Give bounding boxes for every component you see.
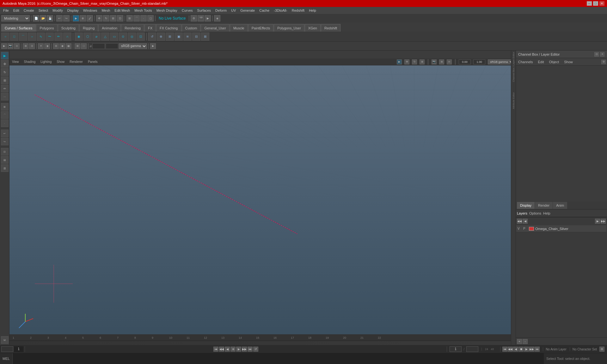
shelf-nurbs-cylinder[interactable]: ⌀ (92, 33, 101, 41)
shelf-nurbs-circle[interactable]: ◎ (128, 33, 136, 41)
tab-rendering[interactable]: Rendering (121, 24, 144, 32)
layer-nav-prev[interactable]: ◀ (523, 219, 528, 224)
channel-options-btn[interactable]: ⚙ (601, 60, 606, 64)
channel-box-tab-label[interactable]: Channel Box / Layer Editor (512, 51, 515, 85)
tool-snap-point[interactable]: · (1, 119, 9, 127)
layer-nav-end[interactable]: ▶▶ (601, 219, 606, 224)
dra-tab-render[interactable]: Render (535, 202, 553, 209)
vp-gamma-select[interactable]: sRGB gamma (488, 59, 514, 64)
play-prev-key-btn[interactable]: ◀◀ (219, 347, 224, 352)
tool-rotate[interactable]: ↻ (1, 68, 9, 76)
vp-camera-btn[interactable]: 📷 (432, 59, 437, 64)
menu-select[interactable]: Select (37, 8, 50, 13)
ipr-btn[interactable]: ▶ (205, 15, 211, 21)
tab-general-user[interactable]: General_User (201, 24, 229, 32)
paint-btn[interactable]: 🖊 (87, 15, 93, 21)
layer-row-0[interactable]: V P Omega_Chain_Silver (516, 225, 606, 232)
shelf-circle[interactable]: ○ (1, 33, 9, 41)
layer-playback-0[interactable]: P (523, 227, 528, 230)
shelf-extrude[interactable]: ⊕ (157, 33, 165, 41)
menu-surfaces[interactable]: Surfaces (195, 8, 213, 13)
shelf-bezier[interactable]: 〜 (46, 33, 54, 41)
save-file-btn[interactable]: 💾 (47, 15, 53, 21)
end-frame-input[interactable]: 24 (466, 346, 478, 352)
play-prev-frame-btn[interactable]: ◀ (225, 347, 230, 352)
tab-xgen[interactable]: XGen (305, 24, 321, 32)
lasso-btn[interactable]: ⊕ (80, 15, 86, 21)
shelf-3pt-arc[interactable]: ∩ (63, 33, 71, 41)
menu-generate[interactable]: Generate (238, 8, 257, 13)
tab-animation[interactable]: Animation (98, 24, 121, 32)
close-button[interactable]: ✕ (599, 1, 604, 6)
shelf-arc[interactable]: ⌒ (19, 33, 27, 41)
menu-help[interactable]: Help (307, 8, 318, 13)
tool-group3[interactable]: ▥ (1, 164, 9, 172)
renderer-menu[interactable]: Renderer (68, 60, 84, 64)
tab-polygons-user[interactable]: Polygons_User (274, 24, 304, 32)
shelf-pencil[interactable]: ✏ (54, 33, 63, 41)
vp-input2[interactable] (473, 59, 485, 64)
layer-add-btn[interactable]: + (517, 339, 522, 344)
hypershade-btn[interactable]: ◈ (214, 15, 220, 21)
pb-stop2[interactable]: ⏹ (518, 347, 524, 352)
tab-custom[interactable]: Custom (182, 24, 201, 32)
menu-windows[interactable]: Windows (81, 8, 99, 13)
select-btn[interactable]: ▶ (73, 15, 79, 21)
shelf-square[interactable]: □ (10, 33, 18, 41)
snap-curve-btn[interactable]: ⌒ (133, 15, 140, 21)
shelf-planar[interactable]: ▣ (175, 33, 183, 41)
vp-select-btn[interactable]: ▶ (397, 59, 402, 64)
tab-fx[interactable]: FX (144, 24, 156, 32)
tool-move[interactable]: ✜ (1, 60, 9, 68)
play-next-frame-btn[interactable]: ▶▶ (242, 347, 247, 352)
tab-paint-effects[interactable]: PaintEffects (248, 24, 274, 32)
vp-input1[interactable] (459, 59, 471, 64)
panels-menu[interactable]: Panels (87, 60, 99, 64)
mel-btn[interactable]: M (1, 336, 9, 344)
attribute-editor-tab-label[interactable]: Attribute Editor (512, 91, 515, 110)
pb-rewind2[interactable]: ⏮ (502, 347, 507, 352)
move-btn[interactable]: ✜ (96, 15, 102, 21)
layer-visibility-0[interactable]: V (518, 227, 522, 230)
vp-hud-btn[interactable]: H (447, 59, 452, 64)
tab-sculpting[interactable]: Sculpting (58, 24, 79, 32)
pb-prev-frame2[interactable]: ◀ (513, 347, 518, 352)
tool-paint[interactable]: ✏ (1, 85, 9, 92)
menu-3dtoall[interactable]: -3DtoAll- (272, 8, 289, 13)
dra-tab-anim[interactable]: Anim (553, 202, 567, 209)
menu-create[interactable]: Create (22, 8, 36, 13)
rotate-btn[interactable]: ↻ (103, 15, 109, 21)
pb-play2[interactable]: ▶ (524, 347, 529, 352)
snap-surface-btn[interactable]: ◻ (147, 15, 154, 21)
command-input[interactable] (13, 353, 544, 364)
menu-deform[interactable]: Deform (213, 8, 229, 13)
maximize-button[interactable]: □ (593, 1, 598, 6)
range-bar[interactable] (9, 341, 515, 345)
shadow-btn[interactable]: ◑ (44, 43, 50, 49)
shelf-ep-curve[interactable]: ∿ (37, 33, 45, 41)
shelf-boundary[interactable]: ⊟ (192, 33, 200, 41)
channel-tab-channels[interactable]: Channels (517, 59, 534, 64)
menu-uv[interactable]: UV (229, 8, 238, 13)
mode-selector[interactable]: Modeling (1, 15, 30, 21)
play-loop-btn[interactable]: ↺ (253, 347, 258, 352)
frame-sel-btn[interactable]: ⊞ (75, 43, 80, 49)
tab-fx-caching[interactable]: FX Caching (156, 24, 181, 32)
menu-mesh-tools[interactable]: Mesh Tools (132, 8, 154, 13)
channel-tab-edit[interactable]: Edit (536, 59, 545, 64)
shelf-nurbs-torus[interactable]: ⊙ (119, 33, 127, 41)
menu-mesh-display[interactable]: Mesh Display (155, 8, 179, 13)
gamma-select[interactable]: sRGB gamma (119, 43, 147, 49)
layer-nav-next[interactable]: ▶ (595, 219, 600, 224)
near-clip-input[interactable]: 0.00 (92, 43, 105, 49)
render-preview-btn[interactable]: ▶ (150, 43, 156, 49)
lighting-menu[interactable]: Lighting (39, 60, 53, 64)
tool-redo[interactable]: ↪ (1, 138, 9, 145)
new-file-btn[interactable]: 📄 (33, 15, 39, 21)
texture-btn[interactable]: ▦ (66, 43, 71, 49)
wireframe-btn[interactable]: ⊟ (53, 43, 59, 49)
rp-float-btn[interactable]: ⊡ (594, 52, 599, 57)
render-settings-btn[interactable]: ⚙ (191, 15, 197, 21)
tab-muscle[interactable]: Muscle (230, 24, 248, 32)
redo-btn[interactable]: ↪ (63, 15, 70, 21)
